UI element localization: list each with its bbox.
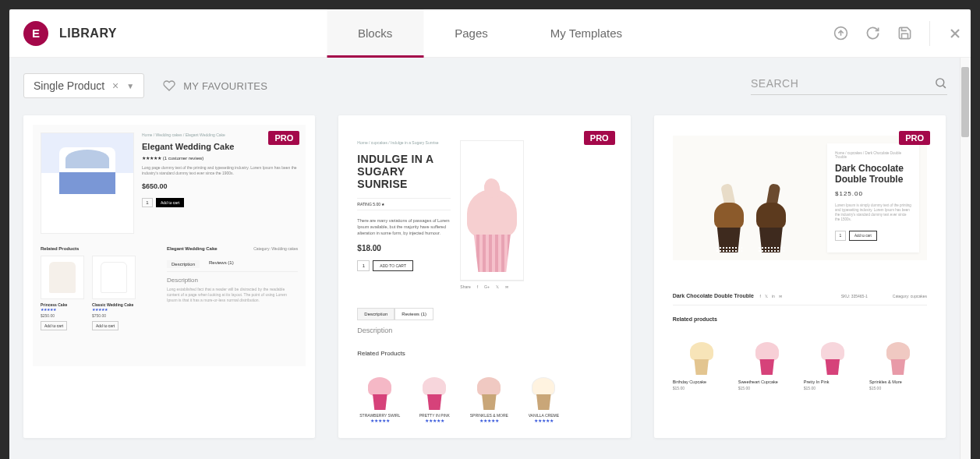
product-image: [681, 143, 819, 252]
scrollbar-thumb[interactable]: [961, 67, 969, 137]
chevron-down-icon[interactable]: ▼: [126, 82, 134, 90]
rating: RATING 5.00 ★: [357, 198, 451, 210]
product-meta: Dark Chocolate Double Trouble f𝕏in✉ SKU:…: [673, 284, 927, 305]
related-item: STRAWBERRY SWIRL★★★★★: [357, 365, 402, 423]
svg-point-3: [936, 79, 944, 87]
product-description: Lorem Ipsum is simply dummy text of the …: [835, 203, 911, 223]
add-to-cart-button: ADD TO CART: [373, 260, 413, 271]
related-item: SPRINKLES & MORE★★★★★: [466, 365, 511, 423]
tab-my-templates[interactable]: My Templates: [519, 9, 653, 58]
related-item: Princess Cake ★★★★★ $250.00 Add to cart: [41, 256, 84, 330]
product-title: Dark Chocolate Double Trouble: [835, 164, 911, 185]
header-tabs: Blocks Pages My Templates: [327, 9, 653, 58]
related-item: Classic Wedding Cake ★★★★★ $750.00 Add t…: [92, 256, 136, 330]
category-filter[interactable]: Single Product × ▼: [23, 73, 144, 98]
related-label: Related Products: [357, 350, 611, 357]
add-to-cart-button: Add to cart: [849, 231, 877, 241]
share-bar: SharefG+𝕏✉: [460, 281, 524, 289]
breadcrumb: Home / cupcakes / Dark Chocolate Double …: [835, 151, 911, 159]
breadcrumb: Home / cupcakes / Indulge in a Sugary Su…: [357, 140, 451, 145]
svg-line-4: [943, 86, 946, 88]
related-label: Related Products: [41, 246, 136, 251]
search-wrap: [751, 76, 947, 95]
search-input[interactable]: [751, 77, 934, 90]
product-price: $18.00: [357, 244, 451, 252]
product-description: Long page dummy text of the printing and…: [142, 165, 298, 176]
template-card[interactable]: PRO Home / cupcakes / Indulge in a Sugar…: [338, 115, 630, 438]
pro-badge: PRO: [899, 131, 930, 145]
template-thumbnail: Home / cupcakes / Dark Chocolate Double …: [663, 125, 936, 429]
related-item: VANILLA CREME★★★★★: [521, 365, 566, 423]
scrollbar[interactable]: [960, 58, 971, 459]
product-price: $650.00: [142, 182, 298, 190]
pro-badge: PRO: [584, 131, 615, 145]
template-thumbnail: Home / cupcakes / Indulge in a Sugary Su…: [348, 125, 621, 429]
qty-input: 1: [142, 198, 153, 207]
template-card[interactable]: PRO Home / cupcakes / Dark Chocolate Dou…: [654, 115, 946, 438]
add-to-cart-button: Add to cart: [156, 198, 184, 207]
header-actions: [833, 21, 963, 46]
elementor-logo: E: [23, 21, 48, 46]
modal-title: LIBRARY: [59, 26, 117, 41]
related-item: Sweetheart Cupcake$15.00: [738, 330, 796, 390]
pro-badge: PRO: [268, 131, 299, 145]
product-title: INDULGE IN A SUGARY SUNRISE: [357, 153, 451, 190]
template-grid: PRO Home / Wedding cakes / Elegant Weddi…: [23, 115, 957, 438]
qty-input: 1: [357, 260, 370, 271]
heart-icon: [163, 79, 175, 92]
sync-icon[interactable]: [865, 26, 880, 41]
modal-content: Single Product × ▼ MY FAVOURITES PRO: [9, 58, 971, 459]
modal-header: E LIBRARY Blocks Pages My Templates: [9, 9, 971, 58]
product-image: [41, 132, 134, 234]
search-icon[interactable]: [934, 76, 947, 90]
related-item: PRETTY IN PINK★★★★★: [412, 365, 457, 423]
divider: [929, 21, 930, 46]
qty-input: 1: [835, 231, 846, 241]
filter-value: Single Product: [34, 79, 104, 92]
favourites-label: MY FAVOURITES: [183, 80, 267, 92]
tab-blocks[interactable]: Blocks: [327, 9, 423, 58]
tab-pages[interactable]: Pages: [423, 9, 519, 58]
close-icon[interactable]: [947, 26, 963, 41]
related-item: Birthday Cupcake$15.00: [673, 330, 731, 390]
related-label: Related products: [673, 316, 927, 322]
product-price: $125.00: [835, 190, 911, 197]
product-image: [460, 140, 524, 281]
template-card[interactable]: PRO Home / Wedding cakes / Elegant Weddi…: [23, 115, 315, 438]
filter-clear-icon[interactable]: ×: [112, 79, 119, 92]
related-item: Pretty In Pink$15.00: [804, 330, 861, 390]
upload-icon[interactable]: [833, 26, 848, 41]
related-item: Sprinkles & More$15.00: [869, 330, 927, 390]
product-description: There are many variations of passages of…: [357, 218, 451, 236]
template-thumbnail: Home / Wedding cakes / Elegant Wedding C…: [33, 125, 306, 366]
library-modal: E LIBRARY Blocks Pages My Templates: [9, 9, 971, 459]
toolbar: Single Product × ▼ MY FAVOURITES: [23, 73, 957, 98]
save-icon[interactable]: [897, 26, 912, 41]
my-favourites-toggle[interactable]: MY FAVOURITES: [163, 79, 267, 92]
rating: ★★★★★ (1 customer review): [142, 155, 298, 161]
